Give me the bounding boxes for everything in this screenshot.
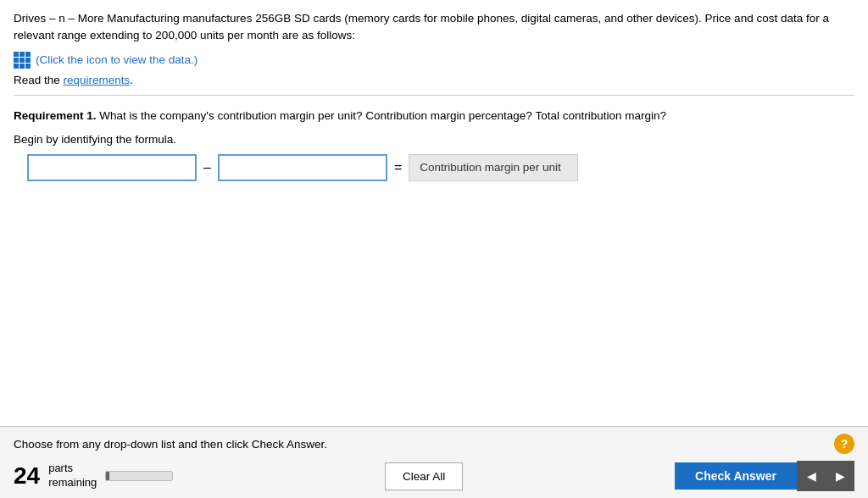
- progress-bar-container: [105, 471, 173, 481]
- formula-equals: =: [394, 160, 402, 175]
- period: .: [130, 74, 133, 86]
- parts-label: parts remaining: [48, 462, 97, 490]
- requirement-question: What is the company's contribution margi…: [97, 109, 666, 122]
- grid-cell: [14, 64, 19, 69]
- check-answer-button[interactable]: Check Answer: [675, 462, 797, 490]
- bottom-bar: Choose from any drop-down list and then …: [0, 426, 868, 498]
- requirement-title: Requirement 1. What is the company's con…: [14, 108, 854, 125]
- parts-remaining: 24 parts remaining: [14, 462, 173, 490]
- next-button[interactable]: ▶: [826, 461, 854, 491]
- choose-text: Choose from any drop-down list and then …: [14, 438, 327, 451]
- prev-button[interactable]: ◀: [797, 461, 826, 491]
- help-icon[interactable]: ?: [834, 434, 854, 454]
- grid-cell: [19, 52, 25, 57]
- section-divider: [14, 95, 854, 96]
- grid-cell: [14, 52, 19, 57]
- grid-cell: [14, 58, 19, 63]
- read-text: Read the: [14, 74, 60, 86]
- formula-input-2[interactable]: [218, 154, 387, 181]
- begin-text: Begin by identifying the formula.: [14, 133, 854, 146]
- formula-operator: –: [203, 160, 211, 175]
- parts-number: 24: [14, 462, 40, 490]
- main-content: Drives – n – More Manufacturing manufact…: [0, 0, 868, 426]
- grid-cell: [19, 58, 25, 63]
- grid-cell: [25, 52, 31, 57]
- read-requirements-row: Read the requirements.: [14, 74, 854, 86]
- parts-label-line2: remaining: [48, 476, 97, 490]
- right-buttons: Check Answer ◀ ▶: [675, 461, 854, 491]
- icon-link-row: (Click the icon to view the data.): [14, 52, 854, 69]
- center-buttons: Clear All: [385, 462, 463, 490]
- help-icon-label: ?: [841, 437, 849, 451]
- bottom-controls: 24 parts remaining Clear All Check Answe…: [14, 461, 854, 491]
- grid-cell: [25, 64, 31, 69]
- formula-result-label: Contribution margin per unit: [420, 161, 561, 174]
- choose-text-row: Choose from any drop-down list and then …: [14, 434, 854, 454]
- formula-input-1[interactable]: [27, 154, 197, 181]
- grid-icon[interactable]: [14, 52, 31, 69]
- grid-cell: [25, 58, 31, 63]
- parts-label-line1: parts: [48, 462, 97, 476]
- requirement-label: Requirement 1.: [14, 109, 97, 122]
- view-data-link[interactable]: (Click the icon to view the data.): [36, 53, 198, 66]
- requirements-link[interactable]: requirements: [64, 74, 131, 86]
- clear-all-button[interactable]: Clear All: [385, 462, 463, 490]
- intro-text: Drives – n – More Manufacturing manufact…: [14, 10, 854, 45]
- grid-cell: [19, 64, 25, 69]
- progress-bar-fill: [106, 472, 109, 480]
- formula-row: – = Contribution margin per unit: [27, 154, 854, 181]
- formula-result: Contribution margin per unit: [409, 154, 578, 181]
- requirement-section: Requirement 1. What is the company's con…: [14, 108, 854, 181]
